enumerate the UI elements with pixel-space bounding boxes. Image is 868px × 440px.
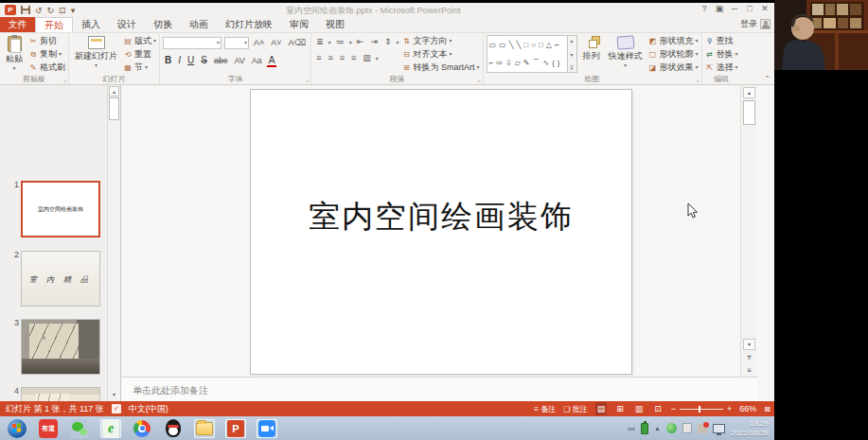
font-color-button[interactable]: A <box>267 55 277 67</box>
layout-button[interactable]: ▤版式▾ <box>123 35 156 47</box>
select-button[interactable]: ⇱选择▾ <box>705 62 738 74</box>
ribbon-display-options-icon[interactable]: ▣ <box>712 3 727 15</box>
character-spacing-button[interactable]: AV <box>232 54 246 67</box>
scroll-down-icon[interactable]: ▾ <box>743 339 755 350</box>
tab-slideshow[interactable]: 幻灯片放映 <box>217 17 281 32</box>
shape-outline-button[interactable]: ▢形状轮廓▾ <box>648 48 699 61</box>
italic-button[interactable]: I <box>176 54 183 67</box>
collapse-ribbon-icon[interactable]: ⌃ <box>764 75 771 83</box>
shape-icon[interactable]: ∿ <box>542 58 549 68</box>
tray-360-icon[interactable] <box>666 423 677 433</box>
taskbar-chrome[interactable] <box>132 419 152 438</box>
help-icon[interactable]: ? <box>697 3 712 15</box>
scrollbar-thumb[interactable] <box>743 100 755 125</box>
drawing-dialog-launcher[interactable]: ⌟ <box>696 76 699 83</box>
change-case-button[interactable]: Aa <box>250 54 264 67</box>
more-shapes-icon[interactable]: ⊽ <box>570 64 574 71</box>
slide-title-text[interactable]: 室内空间绘画装饰 <box>251 196 631 238</box>
shape-icon[interactable]: ✎ <box>523 58 530 68</box>
shape-icon[interactable]: ⌐ <box>555 40 559 50</box>
bullets-icon[interactable]: ≣ <box>314 35 326 48</box>
grow-font-icon[interactable]: A˄ <box>252 36 266 49</box>
minimize-icon[interactable]: ─ <box>727 3 742 15</box>
taskbar-360-browser[interactable]: e <box>100 419 121 438</box>
notes-pane[interactable]: 单击此处添加备注 <box>121 377 757 401</box>
current-slide-canvas[interactable]: 室内空间绘画装饰 <box>250 89 632 375</box>
start-button[interactable] <box>7 419 27 438</box>
find-button[interactable]: ⚲查找 <box>705 35 738 47</box>
start-slideshow-icon[interactable]: ⊡ <box>59 6 66 15</box>
slideshow-view-icon[interactable]: ⊡ <box>652 402 664 415</box>
reset-button[interactable]: ⟲重置 <box>123 48 156 61</box>
arrange-button[interactable]: 排列 <box>580 35 603 74</box>
thumbnail-panel-scrollbar[interactable]: ▴ ▾ <box>107 85 120 401</box>
shape-icon[interactable]: □ <box>523 40 528 50</box>
paragraph-dialog-launcher[interactable]: ⌟ <box>477 76 480 83</box>
comments-toggle[interactable]: ❑ 批注 <box>563 404 587 414</box>
scroll-down-icon[interactable]: ▾ <box>109 390 119 400</box>
columns-icon[interactable]: ▥ <box>361 51 373 64</box>
tray-hidden-icon[interactable] <box>628 428 635 431</box>
shape-icon[interactable]: ╲ <box>517 40 522 50</box>
scroll-down-icon[interactable]: ▾ <box>571 51 574 58</box>
zoom-slider-thumb[interactable] <box>699 406 700 413</box>
replace-button[interactable]: ⇄替换▾ <box>705 48 738 61</box>
tab-design[interactable]: 设计 <box>109 17 145 32</box>
shape-icon[interactable]: ▱ <box>515 58 521 68</box>
normal-view-icon[interactable]: ▤ <box>595 402 608 415</box>
slide-thumbnail-1[interactable]: 室内空间绘画装饰 <box>21 181 100 238</box>
scroll-up-icon[interactable]: ▴ <box>571 37 574 44</box>
copy-button[interactable]: ⧉复制▾ <box>28 48 65 61</box>
font-size-combo[interactable] <box>224 37 249 49</box>
shapes-gallery[interactable]: ▭▭╲╲□○ □△⌐⌐⇨⇩ ▱✎⌒∿{} <box>487 35 568 73</box>
shape-icon[interactable]: ▭ <box>499 40 506 50</box>
tray-ime-icon[interactable] <box>682 423 692 433</box>
clipboard-dialog-launcher[interactable]: ⌟ <box>63 76 66 83</box>
tab-insert[interactable]: 插入 <box>73 17 109 32</box>
notes-toggle[interactable]: ≡ 备注 <box>534 404 556 414</box>
paste-button[interactable]: 粘贴 ▾ <box>3 35 26 74</box>
shape-icon[interactable]: ⇩ <box>505 58 512 68</box>
tab-home[interactable]: 开始 <box>35 17 73 32</box>
zoom-level[interactable]: 66% <box>739 404 756 414</box>
section-button[interactable]: ▦节▾ <box>123 62 156 74</box>
powerpoint-logo-icon[interactable]: P <box>5 5 16 15</box>
cut-button[interactable]: ✂剪切 <box>28 35 65 47</box>
shape-icon[interactable]: ○ <box>531 40 536 50</box>
customize-qat-icon[interactable]: ▾ <box>71 6 76 15</box>
align-text-button[interactable]: ⊟对齐文本▾ <box>402 48 480 61</box>
justify-icon[interactable]: ≡ <box>349 51 358 64</box>
smartart-button[interactable]: ⊞转换为 SmartArt▾ <box>402 62 480 74</box>
bold-button[interactable]: B <box>163 54 173 67</box>
editor-scrollbar[interactable]: ▴ ▾ ⇈ ⇊ <box>740 85 756 377</box>
scrollbar-thumb[interactable] <box>109 97 119 120</box>
shape-fill-button[interactable]: ◩形状填充▾ <box>648 35 699 47</box>
shape-icon[interactable]: } <box>558 58 560 68</box>
sign-in[interactable]: 登录 <box>740 18 771 30</box>
tab-review[interactable]: 审阅 <box>281 17 317 32</box>
tab-animations[interactable]: 动画 <box>181 17 217 32</box>
increase-indent-icon[interactable]: ⇥ <box>368 35 380 48</box>
shape-effects-button[interactable]: ◪形状效果▾ <box>648 62 699 74</box>
clear-formatting-icon[interactable]: A⌫ <box>287 36 309 49</box>
taskbar-wechat[interactable] <box>69 419 90 438</box>
shapes-gallery-scroll[interactable]: ▴ ▾ ⊽ <box>568 35 577 73</box>
align-right-icon[interactable]: ≡ <box>338 51 346 64</box>
slide-sorter-view-icon[interactable]: ⊞ <box>614 402 626 415</box>
close-icon[interactable]: ✕ <box>757 3 772 15</box>
shrink-font-icon[interactable]: A˅ <box>269 36 283 49</box>
tab-file[interactable]: 文件 <box>0 17 35 32</box>
underline-button[interactable]: U <box>186 54 196 67</box>
font-dialog-launcher[interactable]: ⌟ <box>306 76 309 83</box>
taskbar-file-explorer[interactable] <box>194 419 215 438</box>
text-direction-button[interactable]: ⇅文字方向▾ <box>402 35 480 47</box>
align-left-icon[interactable]: ≡ <box>314 51 323 64</box>
spell-check-icon[interactable]: ✓ <box>112 404 121 414</box>
format-painter-button[interactable]: ✎格式刷 <box>28 62 65 74</box>
shape-icon[interactable]: □ <box>539 40 543 50</box>
undo-icon[interactable]: ↺ <box>35 6 43 15</box>
zoom-slider[interactable]: − + <box>671 404 733 414</box>
taskbar-powerpoint[interactable]: P <box>225 419 246 438</box>
slide-thumbnail-4[interactable] <box>21 387 100 401</box>
scroll-up-icon[interactable]: ▴ <box>109 86 119 97</box>
